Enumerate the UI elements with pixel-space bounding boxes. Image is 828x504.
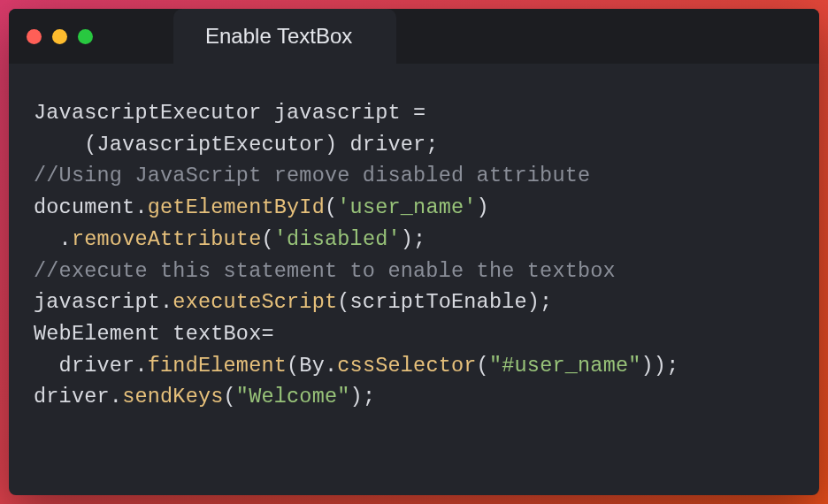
code-token: ); — [401, 227, 426, 251]
code-method: cssSelector — [337, 354, 476, 378]
minimize-icon[interactable] — [52, 29, 67, 44]
close-icon[interactable] — [27, 29, 42, 44]
code-token: (JavascriptExecutor) driver; — [34, 133, 439, 157]
code-comment: //Using JavaScript remove disabled attri… — [34, 164, 590, 187]
code-string: "#user_name" — [489, 354, 641, 378]
code-method: sendKeys — [122, 385, 223, 409]
code-window: Enable TextBox JavascriptExecutor javasc… — [9, 9, 819, 495]
code-token: . — [34, 227, 72, 251]
window-titlebar: Enable TextBox — [9, 9, 819, 64]
code-method: findElement — [148, 354, 287, 378]
code-method: removeAttribute — [72, 227, 262, 251]
code-token: ( — [261, 227, 273, 251]
code-token: ) — [477, 195, 489, 219]
code-string: 'user_name' — [337, 195, 476, 219]
code-editor[interactable]: JavascriptExecutor javascript = (Javascr… — [9, 64, 819, 495]
code-token: JavascriptExecutor javascript = — [34, 101, 439, 125]
traffic-lights — [27, 29, 93, 44]
tab-enable-textbox[interactable]: Enable TextBox — [173, 9, 396, 64]
code-token: ( — [477, 354, 489, 378]
code-comment: //execute this statement to enable the t… — [34, 259, 616, 283]
maximize-icon[interactable] — [78, 29, 93, 44]
code-token: (By. — [287, 354, 337, 378]
code-token: driver. — [34, 385, 122, 409]
code-token: )); — [641, 354, 679, 378]
tab-label: Enable TextBox — [205, 24, 352, 49]
code-token: ); — [350, 385, 376, 409]
code-method: getElementById — [148, 195, 325, 219]
code-string: "Welcome" — [236, 385, 350, 409]
code-token: document. — [34, 195, 148, 219]
code-token: ( — [325, 195, 337, 219]
code-token: ( — [224, 385, 236, 409]
code-token: (scriptToEnable); — [337, 290, 552, 314]
code-token: driver. — [34, 354, 148, 378]
code-method: executeScript — [172, 290, 337, 314]
code-token: javascript. — [34, 290, 172, 314]
code-string: 'disabled' — [274, 227, 401, 251]
code-token: WebElement textBox= — [34, 322, 274, 346]
